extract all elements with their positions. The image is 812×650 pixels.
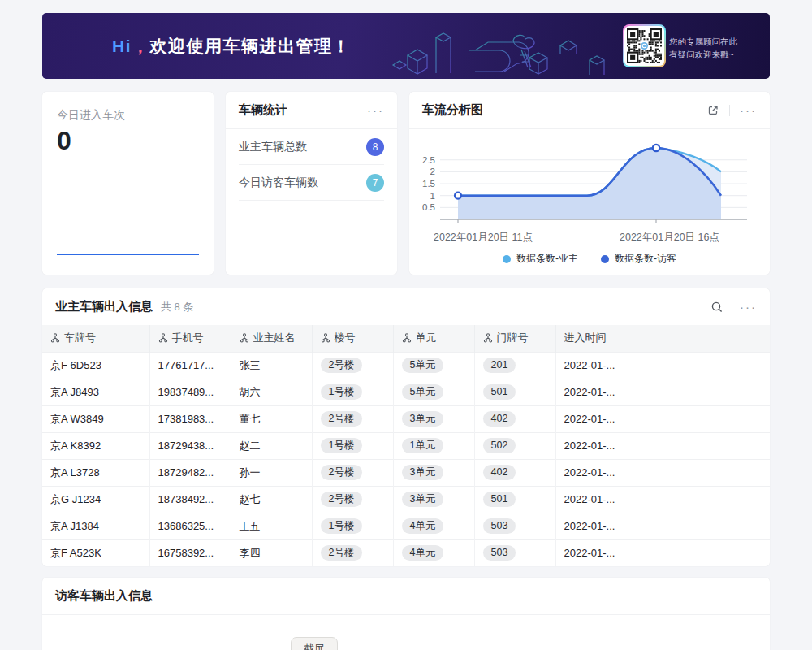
cell-enter-time: 2022-01-... [555, 405, 637, 432]
cell-owner-name: 张三 [231, 352, 312, 379]
data-point-marker [455, 193, 461, 199]
cell-plate: 京A J1384 [42, 513, 149, 540]
today-entries-sparkline [57, 254, 199, 255]
x-tick-label: 2022年01月20日 11点 [434, 231, 533, 245]
qr-code-svg [627, 28, 662, 63]
visitor-section-title: 访客车辆出入信息 [55, 588, 153, 604]
open-external-icon[interactable] [706, 104, 719, 117]
count-badge: 8 [366, 138, 384, 156]
cell-building: 2号楼 [312, 459, 393, 486]
field-type-icon [321, 333, 330, 343]
search-icon[interactable] [710, 301, 723, 314]
table-row[interactable]: 京A L372818729482...孙一2号楼3单元4022022-01-..… [42, 459, 770, 486]
cell-unit: 3单元 [393, 486, 474, 513]
legend-item-owner[interactable]: 数据条数-业主 [503, 252, 578, 266]
table-row[interactable]: 京A J138413686325...王五1号楼4单元5032022-01-..… [42, 513, 770, 540]
cell-door: 402 [474, 459, 555, 486]
table-row[interactable]: 京F A523K16758392...李四2号楼4单元5032022-01-..… [42, 540, 770, 566]
cell-plate: 京A L3728 [42, 459, 149, 486]
cell-door: 402 [474, 405, 555, 432]
cell-plate: 京A K8392 [42, 432, 149, 459]
cell-owner-name: 赵七 [231, 486, 312, 513]
y-tick-label: 1 [430, 191, 435, 201]
cell-phone: 18729438... [149, 432, 231, 459]
column-header-phone[interactable]: 手机号 [149, 325, 231, 352]
chart-legend: 数据条数-业主 数据条数-访客 [421, 252, 758, 266]
cell-empty [637, 486, 770, 513]
cell-enter-time: 2022-01-... [555, 352, 637, 379]
cell-building: 1号楼 [312, 432, 393, 459]
cell-empty [637, 432, 770, 459]
traffic-chart: 2.521.510.5 2022年01月20日 11点 2022年01月20日 … [409, 129, 770, 266]
table-row[interactable]: 京A W384917381983...董七2号楼3单元4022022-01-..… [42, 405, 770, 432]
legend-item-visitor[interactable]: 数据条数-访客 [601, 252, 676, 266]
cell-enter-time: 2022-01-... [555, 432, 637, 459]
cell-plate: 京A J8493 [42, 379, 149, 405]
vehicle-stats-card: 车辆统计 ··· 业主车辆总数8今日访客车辆数7 [226, 92, 397, 275]
cell-phone: 16758392... [149, 540, 231, 566]
column-header-door[interactable]: 门牌号 [474, 325, 555, 352]
qr-caption: 您的专属顾问在此 有疑问欢迎来戳~ [669, 35, 737, 61]
table-row[interactable]: 京A J849319837489...胡六1号楼5单元5012022-01-..… [42, 379, 770, 405]
y-tick-label: 0.5 [422, 202, 435, 212]
stat-label: 今日访客车辆数 [239, 176, 318, 190]
cell-enter-time: 2022-01-... [555, 379, 637, 405]
cell-plate: 京F A523K [42, 540, 149, 566]
today-entries-label: 今日进入车次 [57, 108, 199, 123]
owner-table-title: 业主车辆出入信息 [55, 299, 153, 314]
cell-plate: 京F 6D523 [42, 352, 149, 379]
table-row[interactable]: 京A K839218729438...赵二1号楼1单元5022022-01-..… [42, 432, 770, 459]
cell-unit: 1单元 [393, 432, 474, 459]
cell-unit: 4单元 [393, 513, 474, 540]
owner-table-body: 京F 6D52317761717...张三2号楼5单元2012022-01-..… [42, 352, 770, 566]
cell-building: 2号楼 [312, 405, 393, 432]
owner-vehicle-table: 车牌号手机号业主姓名楼号单元门牌号进入时间 京F 6D52317761717..… [42, 325, 770, 566]
cell-building: 2号楼 [312, 352, 393, 379]
cell-unit: 3单元 [393, 459, 474, 486]
column-header-unit[interactable]: 单元 [393, 325, 474, 352]
more-icon[interactable]: ··· [367, 104, 384, 116]
cell-owner-name: 赵二 [231, 432, 312, 459]
cell-owner-name: 王五 [231, 513, 312, 540]
welcome-banner: Hi，欢迎使用车辆进出管理！ 您的专属顾问在此 有疑问欢迎来戳~ [42, 13, 770, 79]
y-tick-label: 2.5 [422, 155, 435, 165]
column-header-plate[interactable]: 车牌号 [42, 325, 149, 352]
cell-empty [637, 540, 770, 566]
screenshot-button[interactable]: 截屏 [291, 637, 338, 650]
table-row[interactable]: 京F 6D52317761717...张三2号楼5单元2012022-01-..… [42, 352, 770, 379]
more-icon[interactable]: ··· [740, 301, 757, 313]
cell-door: 201 [474, 352, 555, 379]
column-header-building[interactable]: 楼号 [312, 325, 393, 352]
cell-owner-name: 胡六 [231, 379, 312, 405]
today-entries-value: 0 [57, 126, 199, 156]
cell-door: 502 [474, 432, 555, 459]
banner-title: Hi，欢迎使用车辆进出管理！ [112, 35, 351, 58]
column-header-owner-name[interactable]: 业主姓名 [231, 325, 312, 352]
cell-phone: 19837489... [149, 379, 231, 405]
cell-empty [637, 352, 770, 379]
table-row[interactable]: 京G J123418738492...赵七2号楼3单元5012022-01-..… [42, 486, 770, 513]
y-tick-label: 1.5 [422, 179, 435, 188]
cell-phone: 17381983... [149, 405, 231, 432]
y-tick-label: 2 [430, 167, 435, 176]
header-divider [729, 105, 730, 116]
stat-label: 业主车辆总数 [239, 140, 307, 154]
column-header-enter-time[interactable]: 进入时间 [555, 325, 637, 352]
stat-row: 业主车辆总数8 [239, 129, 384, 165]
column-header-empty [637, 325, 770, 352]
x-axis-labels: 2022年01月20日 11点 2022年01月20日 16点 [421, 229, 758, 245]
cell-unit: 5单元 [393, 352, 474, 379]
more-icon[interactable]: ··· [740, 104, 757, 116]
cell-building: 2号楼 [312, 540, 393, 566]
vehicle-stats-title: 车辆统计 [239, 102, 287, 118]
cell-unit: 5单元 [393, 379, 474, 405]
count-badge: 7 [366, 174, 384, 192]
field-type-icon [158, 333, 168, 343]
dashboard-page: Hi，欢迎使用车辆进出管理！ 您的专属顾问在此 有疑问欢迎来戳~ 今日进入车次 … [0, 0, 812, 650]
visitor-vehicle-section: 访客车辆出入信息 截屏 [42, 578, 770, 650]
cell-phone: 18738492... [149, 486, 231, 513]
cell-building: 1号楼 [312, 513, 393, 540]
traffic-chart-card: 车流分析图 ··· [409, 92, 770, 275]
cell-door: 503 [474, 540, 555, 566]
traffic-chart-title: 车流分析图 [422, 102, 483, 118]
